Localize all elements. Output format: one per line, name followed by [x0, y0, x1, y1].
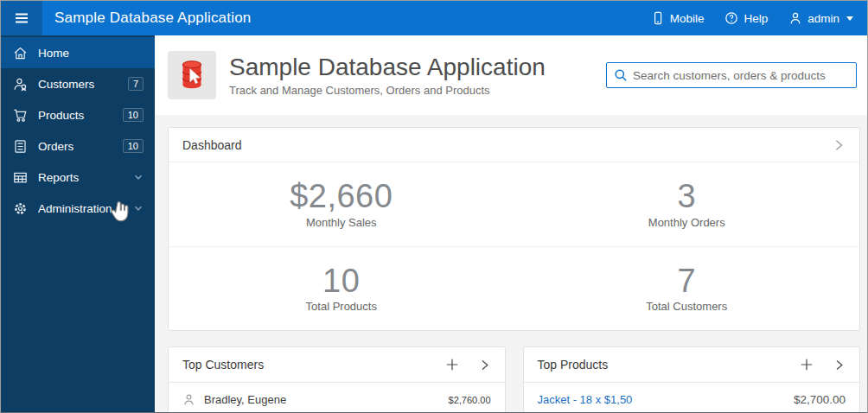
sidebar-item-home[interactable]: Home: [1, 37, 155, 68]
top-navigation-bar: Sample Database Application Mobile Help: [1, 1, 867, 35]
mobile-link[interactable]: Mobile: [651, 11, 705, 25]
top-customers-expand-button[interactable]: [478, 359, 491, 372]
database-cursor-icon: [168, 51, 216, 99]
search-input[interactable]: [633, 69, 849, 82]
hamburger-menu-button[interactable]: [1, 1, 42, 35]
sidebar-item-label: Home: [38, 47, 69, 60]
stat-label: Monthly Sales: [306, 216, 377, 229]
stat-value: $2,660: [290, 180, 393, 214]
search-icon: [614, 68, 628, 82]
help-link[interactable]: Help: [724, 11, 768, 25]
bottom-cards-row: Top Customers: [168, 346, 860, 413]
customers-count-badge: 7: [128, 77, 144, 91]
sidebar-item-label: Administration: [38, 202, 112, 215]
customer-row[interactable]: Bradley, Eugene $2,760.00: [169, 382, 505, 413]
sidebar-item-administration[interactable]: Administration: [1, 193, 155, 224]
stat-value: 3: [677, 180, 696, 214]
stat-total-customers: 7 Total Customers: [514, 246, 860, 330]
products-count-badge: 10: [123, 108, 144, 122]
page-subtitle: Track and Manage Customers, Orders and P…: [229, 84, 546, 97]
page-title: Sample Database Application: [229, 54, 546, 81]
top-products-region: Top Products: [523, 346, 861, 413]
user-menu[interactable]: admin: [788, 11, 853, 25]
customers-icon: [12, 76, 28, 92]
customer-amount: $2,760.00: [449, 395, 491, 405]
search-box[interactable]: [606, 62, 857, 88]
orders-count-badge: 10: [123, 139, 144, 153]
user-icon: [788, 11, 802, 25]
top-customers-region: Top Customers: [168, 346, 506, 413]
stat-monthly-sales: $2,660 Monthly Sales: [169, 162, 514, 246]
reports-icon: [12, 169, 28, 185]
mobile-phone-icon: [651, 11, 665, 25]
sidebar-item-products[interactable]: Products 10: [1, 99, 155, 130]
stat-monthly-orders: 3 Monthly Orders: [514, 162, 860, 246]
main-content: Sample Database Application Track and Ma…: [155, 35, 867, 412]
sidebar-navigation: Home Customers 7: [1, 35, 155, 412]
product-amount: $2,700.00: [794, 393, 846, 406]
stat-value: 7: [677, 264, 696, 299]
gear-icon: [12, 200, 28, 216]
mobile-label: Mobile: [670, 12, 705, 25]
chevron-down-icon: [133, 203, 144, 213]
dashboard-stats: $2,660 Monthly Sales 3 Monthly Orders 10…: [169, 162, 859, 330]
chevron-down-icon: [133, 172, 144, 182]
topbar-title: Sample Database Application: [54, 10, 252, 27]
sidebar-item-orders[interactable]: Orders 10: [1, 130, 155, 162]
stat-label: Monthly Orders: [648, 216, 725, 229]
dashboard-title: Dashboard: [182, 138, 242, 152]
home-icon: [12, 45, 28, 60]
top-customers-title: Top Customers: [182, 358, 264, 372]
cart-icon: [12, 107, 28, 123]
product-row: Jacket - 18 x $1,50 $2,700.00: [524, 382, 860, 413]
customer-icon: [182, 393, 195, 406]
stat-total-products: 10 Total Products: [169, 246, 514, 330]
top-products-title: Top Products: [538, 358, 609, 372]
top-products-header: Top Products: [524, 347, 860, 382]
top-customers-header: Top Customers: [169, 347, 505, 382]
top-products-expand-button[interactable]: [833, 359, 846, 372]
stat-value: 10: [322, 264, 360, 299]
page-title-block: Sample Database Application Track and Ma…: [229, 54, 546, 97]
page-header: Sample Database Application Track and Ma…: [155, 35, 867, 115]
sidebar-item-reports[interactable]: Reports: [1, 162, 155, 193]
dashboard-expand-button[interactable]: [832, 138, 846, 152]
orders-icon: [12, 138, 28, 154]
content-area: Dashboard $2,660 Monthly Sal: [155, 115, 867, 413]
dashboard-region: Dashboard $2,660 Monthly Sal: [168, 127, 860, 331]
hamburger-icon: [14, 10, 29, 26]
stat-label: Total Products: [306, 300, 377, 313]
product-link[interactable]: Jacket - 18 x $1,50: [538, 393, 633, 406]
help-label: Help: [744, 12, 768, 25]
dashboard-header: Dashboard: [169, 128, 859, 162]
sidebar-item-label: Customers: [38, 78, 94, 91]
stat-label: Total Customers: [646, 300, 727, 313]
username-label: admin: [807, 12, 839, 25]
add-product-button[interactable]: [800, 358, 814, 372]
customer-name: Bradley, Eugene: [204, 393, 286, 406]
sidebar-item-label: Products: [38, 109, 84, 122]
sidebar-item-label: Orders: [38, 140, 73, 153]
add-customer-button[interactable]: [445, 358, 459, 372]
app-window: Sample Database Application Mobile Help: [0, 0, 868, 413]
help-icon: [724, 11, 738, 25]
sidebar-item-label: Reports: [38, 171, 79, 184]
sidebar-item-customers[interactable]: Customers 7: [1, 68, 155, 99]
user-dropdown-caret-icon: [846, 16, 853, 21]
topbar-actions: Mobile Help admin: [651, 11, 867, 25]
